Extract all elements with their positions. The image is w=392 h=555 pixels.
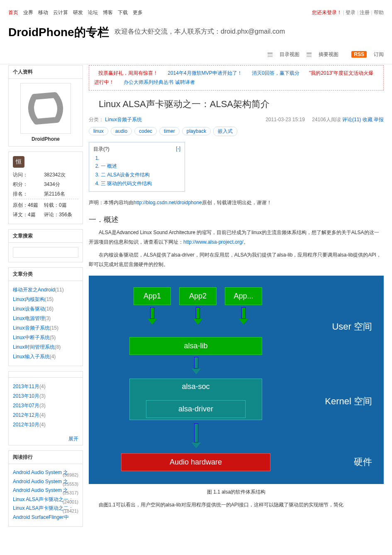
section-heading: 一．概述 <box>89 215 384 225</box>
nav-link[interactable]: 博客 <box>103 10 113 15</box>
blog-subtitle: 欢迎各位大虾交流，本人联系方式：droid.phx@gmail.com <box>114 28 285 35</box>
register-link[interactable]: 注册 <box>360 10 370 15</box>
list-icon <box>307 53 312 57</box>
comments-link[interactable]: 评论(11) <box>342 117 361 122</box>
help-link[interactable]: 帮助 <box>374 10 384 15</box>
category-item: Linux时间管理系统(8) <box>13 342 78 352</box>
username[interactable]: DroidPhone <box>13 136 78 142</box>
toc-item[interactable]: 二 ALSA设备文件结构 <box>101 171 180 179</box>
category-link[interactable]: Linux音频子系统 <box>13 325 50 331</box>
article-date: 2011-03-23 15:19 <box>265 117 305 122</box>
category-item: Linux输入子系统(4) <box>13 352 78 362</box>
arrow-icon <box>239 307 248 324</box>
toc-item[interactable] <box>101 154 180 162</box>
login-link[interactable]: 登录 <box>346 10 355 15</box>
nav-link[interactable]: 首页 <box>8 10 18 15</box>
notice-link[interactable]: 投票赢好礼，周周有惊喜！ <box>98 70 158 76</box>
arrow-icon <box>148 307 157 324</box>
diagram-driver-box: alsa-driver <box>146 400 246 418</box>
diagram-label: 硬件 <box>354 456 372 468</box>
archive-link[interactable]: 2013年07月 <box>13 403 39 408</box>
architecture-diagram: App1 App2 App... alsa-lib User 空间 alsa-s… <box>89 276 384 484</box>
paragraph: ALSA是Advanced Linux Sound Architecture 的… <box>89 228 384 247</box>
alsa-link[interactable]: http://www.alsa-project.org/ <box>183 239 243 245</box>
tag[interactable]: audio <box>111 127 132 135</box>
favorite-link[interactable]: 收藏 <box>363 117 373 122</box>
arrow-icon <box>192 357 201 374</box>
nav-link[interactable]: 移动 <box>38 10 48 15</box>
toc-item[interactable]: 三 驱动的代码文件结构 <box>101 179 180 188</box>
nav-link[interactable]: 更多 <box>133 10 143 15</box>
diagram-label: User 空间 <box>332 320 372 333</box>
arrow-icon <box>193 307 202 324</box>
rank-item: Android SurfaceFlinger中 <box>13 513 78 522</box>
diagram-label: Kernel 空间 <box>325 395 372 408</box>
toc-title[interactable]: 目录(?) <box>93 146 110 153</box>
blog-title[interactable]: DroidPhone的专栏 <box>8 24 109 40</box>
declare: 声明：本博内容均由http://blog.csdn.net/droidphone… <box>89 199 384 206</box>
category-link[interactable]: Linux中断子系统 <box>13 335 50 340</box>
category-link[interactable]: Linux内核架构 <box>13 296 45 302</box>
archive-link[interactable]: 2013年11月 <box>13 384 39 389</box>
tag[interactable]: timer <box>159 127 180 135</box>
tag[interactable]: 嵌入式 <box>213 127 237 136</box>
notice-bar: 投票赢好礼，周周有惊喜！ 2014年4月微软MVP申请开始了！ 消灭0回答，赢下… <box>89 65 384 90</box>
source-link[interactable]: http://blog.csdn.net/droidphone <box>134 200 202 205</box>
login-warn[interactable]: 您还未登录！ <box>312 10 342 15</box>
rank-item: Linux ALSA声卡驱动之二：(18421) <box>13 504 78 513</box>
archive-item: 2012年12月(4) <box>13 411 78 420</box>
category-link[interactable]: 移动开发之Android <box>13 287 55 293</box>
nav-link[interactable]: 云计算 <box>53 10 68 15</box>
tag[interactable]: playback <box>182 127 211 135</box>
categories-panel: 文章分类 移动开发之Android(11)Linux内核架构(15)Linux设… <box>8 267 83 366</box>
rank-link[interactable]: Android SurfaceFlinger中 <box>13 514 78 521</box>
diagram-hw-box: Audio hardware <box>121 453 270 471</box>
summary-view-link[interactable]: 摘要视图 <box>307 51 338 57</box>
archive-item: 2012年10月(4) <box>13 420 78 430</box>
paragraph: 由图1.1可以看出，用户空间的alsa-lib对应用程序提供统一的API接口，这… <box>89 500 384 510</box>
badge-icon: 恒 <box>13 156 24 168</box>
category-link[interactable]: Linux时间管理系统 <box>13 344 55 350</box>
tag[interactable]: codec <box>134 127 157 135</box>
tag-list: linuxaudiocodectimerplayback嵌入式 <box>89 127 384 136</box>
category-link[interactable]: Linux设备驱动 <box>13 306 45 312</box>
rss-link[interactable]: RSS订阅 <box>346 51 384 57</box>
diagram-app-box: App... <box>225 287 262 305</box>
rank-item: Linux ALSA声卡驱动之一：(24001) <box>13 495 78 504</box>
nav-link[interactable]: 业界 <box>23 10 33 15</box>
notice-link[interactable]: 2014年4月微软MVP申请开始了！ <box>168 70 242 76</box>
stats-table: 访问：382342次 积分：3434分 排名：第2116名 原创：46篇转载：0… <box>13 170 78 220</box>
diagram-app-box: App1 <box>134 287 171 305</box>
list-view-link[interactable]: 目录视图 <box>268 51 299 57</box>
rank-item: Android Audio System 之(25553) <box>13 477 78 487</box>
category-link[interactable]: Linux输入子系统 <box>13 354 50 359</box>
article-category: 分类： Linux音频子系统 <box>89 116 142 123</box>
toc: 目录(?) [-] 一 概述二 ALSA设备文件结构三 驱动的代码文件结构 <box>89 142 185 192</box>
search-panel: 文章搜索 <box>8 229 83 262</box>
expand-link[interactable]: 展开 <box>68 436 78 442</box>
rank-item: Android Audio System 之(38982) <box>13 468 78 477</box>
diagram-app-box: App2 <box>179 287 217 305</box>
tag[interactable]: linux <box>89 127 108 135</box>
paragraph: 在内核设备驱动层，ALSA提供了alsa-driver，同时在应用层，ALSA为… <box>89 250 384 269</box>
toc-collapse[interactable]: [-] <box>176 146 180 153</box>
nav-link[interactable]: 研发 <box>73 10 83 15</box>
nav-link[interactable]: 下载 <box>118 10 128 15</box>
category-link[interactable]: Linux电源管理 <box>13 315 45 321</box>
search-input[interactable] <box>13 247 78 257</box>
archive-link[interactable]: 2012年10月 <box>13 422 39 428</box>
category-item: Linux内核架构(15) <box>13 295 78 304</box>
avatar[interactable] <box>20 83 71 134</box>
toc-item[interactable]: 一 概述 <box>101 162 180 171</box>
nav-link[interactable]: 论坛 <box>88 10 98 15</box>
arrow-icon <box>192 423 201 448</box>
category-link[interactable]: Linux音频子系统 <box>105 117 142 122</box>
notice-link[interactable]: 消灭0回答，赢下载分 <box>252 70 299 76</box>
figure-caption: 图 1.1 alsa的软件体系结构 <box>89 487 384 497</box>
list-icon <box>268 53 273 57</box>
notice-link[interactable]: 办公大师系列经典丛书 诚聘译者 <box>124 79 195 85</box>
archive-link[interactable]: 2012年12月 <box>13 412 39 418</box>
report-link[interactable]: 举报 <box>374 117 384 122</box>
category-item: Linux中断子系统(5) <box>13 333 78 342</box>
archive-link[interactable]: 2013年10月 <box>13 393 39 399</box>
